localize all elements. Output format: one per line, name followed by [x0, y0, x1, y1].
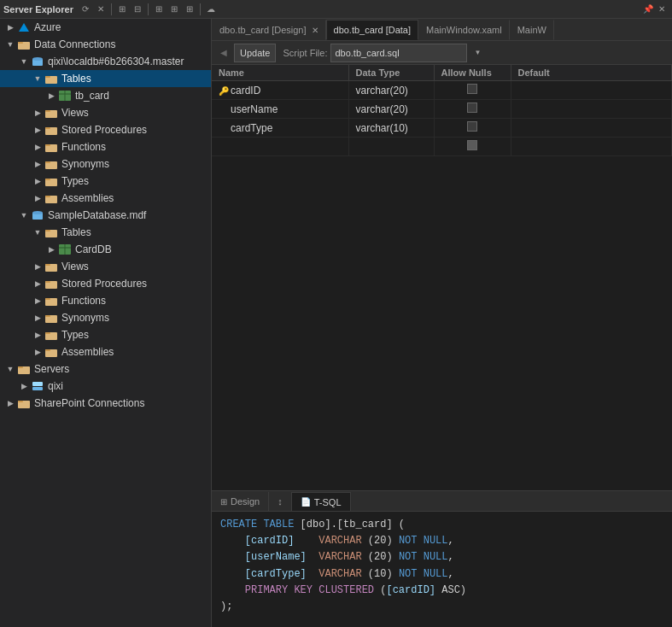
script-file-input[interactable]: [330, 44, 467, 62]
folder-icon: [44, 157, 58, 171]
field-name: cardID: [231, 85, 260, 97]
tree-item-views[interactable]: ▶Views: [0, 104, 211, 121]
expand-chevron[interactable]: ▶: [31, 157, 44, 171]
refresh-icon[interactable]: ⟳: [79, 3, 92, 16]
expand-chevron[interactable]: ▶: [17, 379, 31, 393]
tree-item-assemblies[interactable]: ▶Assemblies: [0, 190, 211, 207]
tab-close-button[interactable]: ✕: [312, 26, 318, 35]
expand-chevron[interactable]: ▶: [31, 123, 44, 137]
tree-item-tables[interactable]: ▼Tables: [0, 70, 211, 87]
expand-chevron[interactable]: ▼: [17, 55, 31, 68]
pin-icon[interactable]: 📌: [641, 3, 655, 16]
disconnect-icon[interactable]: ⊟: [131, 3, 144, 16]
null-checkbox[interactable]: [467, 84, 477, 94]
tree-item-qixi[interactable]: ▶qixi: [0, 378, 211, 395]
tree-item-types[interactable]: ▶Types: [0, 173, 211, 190]
folder-icon: [17, 38, 31, 51]
null-checkbox[interactable]: [467, 103, 477, 113]
expand-chevron[interactable]: ▶: [31, 328, 44, 342]
null-checkbox[interactable]: [467, 140, 477, 150]
tab-0[interactable]: dbo.tb_card [Design]✕: [212, 20, 326, 40]
tab-label: dbo.tb_card [Design]: [219, 25, 307, 35]
back-icon[interactable]: ◀: [217, 46, 231, 60]
tab-3[interactable]: MainW: [510, 20, 554, 40]
cell-allownulls[interactable]: [434, 100, 511, 119]
table-row[interactable]: [212, 138, 672, 156]
tab-bar: dbo.tb_card [Design]✕dbo.tb_card [Data]M…: [212, 19, 672, 41]
sql-token: [220, 584, 245, 596]
expand-chevron[interactable]: ▶: [44, 89, 58, 103]
azure-icon[interactable]: ☁: [204, 3, 218, 16]
stop-icon[interactable]: ✕: [94, 3, 108, 16]
tree-item-qixi\localdb#6b266304.master[interactable]: ▼qixi\localdb#6b266304.master: [0, 53, 211, 70]
expand-chevron[interactable]: ▼: [17, 208, 31, 222]
expand-chevron[interactable]: ▶: [31, 174, 44, 188]
cell-allownulls[interactable]: [434, 81, 511, 100]
dropdown-arrow[interactable]: ▼: [470, 46, 484, 60]
folder-icon: [44, 311, 58, 325]
expand-chevron[interactable]: ▼: [3, 362, 17, 376]
update-button[interactable]: Update: [234, 44, 276, 62]
tab-1[interactable]: dbo.tb_card [Data]: [326, 20, 419, 40]
properties-icon[interactable]: ⊞: [183, 3, 196, 16]
tree-item-carddb[interactable]: ▶CardDB: [0, 241, 211, 258]
expand-chevron[interactable]: ▶: [31, 277, 44, 290]
table-row[interactable]: userNamevarchar(20): [212, 100, 672, 119]
tree-item-synonyms[interactable]: ▶Synonyms: [0, 309, 211, 326]
tree-item-label: qixi: [48, 380, 63, 392]
tree-item-label: Data Connections: [34, 38, 115, 50]
svg-rect-44: [32, 387, 43, 390]
cell-allownulls[interactable]: [434, 119, 511, 138]
tree-item-stored-procedures[interactable]: ▶Stored Procedures: [0, 121, 211, 138]
bottom-tab-bar: ⊞Design↕📄T-SQL: [212, 491, 672, 512]
tree-item-views[interactable]: ▶Views: [0, 258, 211, 275]
expand-chevron[interactable]: ▶: [31, 294, 44, 308]
tree-item-sharepoint-connections[interactable]: ▶SharePoint Connections: [0, 395, 211, 412]
null-checkbox[interactable]: [467, 121, 477, 132]
expand-chevron[interactable]: ▶: [31, 191, 44, 205]
filter-icon[interactable]: ⊞: [152, 3, 166, 16]
bottom-tab-Design[interactable]: ⊞Design: [212, 492, 269, 511]
tree-item-tb_card[interactable]: ▶tb_card: [0, 87, 211, 104]
tree-item-assemblies[interactable]: ▶Assemblies: [0, 343, 211, 360]
close-icon[interactable]: ✕: [655, 3, 669, 16]
sql-pane[interactable]: CREATE TABLE [dbo].[tb_card] ( [cardID] …: [212, 512, 672, 627]
expand-chevron[interactable]: ▶: [31, 260, 44, 273]
tree-item-synonyms[interactable]: ▶Synonyms: [0, 155, 211, 173]
tab-2[interactable]: MainWindow.xaml: [418, 20, 510, 40]
svg-rect-36: [45, 315, 50, 317]
connect-icon[interactable]: ⊞: [115, 3, 129, 16]
tree-item-azure[interactable]: ▶Azure: [0, 19, 211, 36]
bottom-tab-icon: ⊞: [220, 497, 227, 507]
cell-allownulls[interactable]: [434, 138, 511, 156]
expand-chevron[interactable]: ▶: [31, 140, 44, 154]
bottom-tab-T-SQL[interactable]: 📄T-SQL: [292, 492, 351, 511]
toolbar-icons: ⟳ ✕ ⊞ ⊟ ⊞ ⊞ ⊞ ☁: [79, 3, 641, 16]
tree-item-tables[interactable]: ▼Tables: [0, 224, 211, 241]
expand-chevron[interactable]: ▼: [31, 226, 44, 239]
table-row[interactable]: 🔑cardIDvarchar(20): [212, 81, 672, 100]
tree-item-types[interactable]: ▶Types: [0, 326, 211, 343]
expand-chevron[interactable]: ▶: [44, 243, 58, 256]
expand-chevron[interactable]: ▼: [3, 38, 17, 51]
tree-item-functions[interactable]: ▶Functions: [0, 292, 211, 309]
sql-token: NOT NULL: [399, 568, 448, 580]
tree-item-data-connections[interactable]: ▼Data Connections: [0, 36, 211, 53]
expand-chevron[interactable]: ▼: [31, 72, 44, 85]
tree-item-servers[interactable]: ▼Servers: [0, 360, 211, 378]
expand-chevron[interactable]: ▶: [31, 345, 44, 359]
expand-chevron[interactable]: ▶: [31, 106, 44, 120]
tree-item-functions[interactable]: ▶Functions: [0, 138, 211, 155]
expand-chevron[interactable]: ▶: [3, 396, 17, 410]
tree-item-stored-procedures[interactable]: ▶Stored Procedures: [0, 275, 211, 292]
expand-chevron[interactable]: ▶: [3, 21, 17, 34]
collapse-icon[interactable]: ⊞: [167, 3, 181, 16]
server-icon: [31, 379, 44, 393]
expand-chevron[interactable]: ▶: [31, 311, 44, 325]
tree-item-sampledatabase.mdf[interactable]: ▼SampleDatabase.mdf: [0, 207, 211, 224]
table-row[interactable]: cardTypevarchar(10): [212, 119, 672, 138]
svg-rect-30: [45, 264, 50, 266]
svg-point-23: [32, 211, 43, 214]
folder-icon: [44, 345, 58, 359]
bottom-tab-↕[interactable]: ↕: [269, 492, 292, 511]
